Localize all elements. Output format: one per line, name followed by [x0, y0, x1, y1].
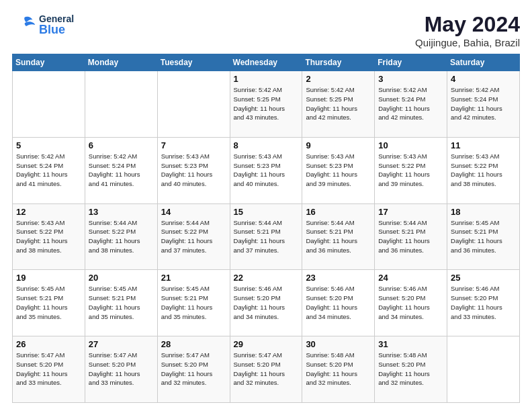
day-info: Sunrise: 5:42 AM Sunset: 5:25 PM Dayligh… [306, 85, 371, 122]
day-header-friday: Friday [375, 54, 447, 71]
main-title: May 2024 [415, 12, 520, 37]
calendar-cell: 17Sunrise: 5:44 AM Sunset: 5:21 PM Dayli… [375, 203, 447, 270]
day-info: Sunrise: 5:44 AM Sunset: 5:21 PM Dayligh… [234, 218, 299, 255]
day-number: 4 [451, 74, 516, 84]
day-info: Sunrise: 5:42 AM Sunset: 5:24 PM Dayligh… [89, 152, 154, 189]
calendar-cell: 21Sunrise: 5:45 AM Sunset: 5:21 PM Dayli… [157, 270, 230, 336]
header: General Blue May 2024 Quijingue, Bahia, … [12, 12, 520, 48]
day-number: 1 [234, 74, 299, 84]
day-info: Sunrise: 5:47 AM Sunset: 5:20 PM Dayligh… [161, 351, 226, 387]
calendar-cell: 30Sunrise: 5:48 AM Sunset: 5:20 PM Dayli… [302, 336, 375, 403]
day-info: Sunrise: 5:45 AM Sunset: 5:21 PM Dayligh… [451, 218, 516, 255]
day-info: Sunrise: 5:42 AM Sunset: 5:25 PM Dayligh… [234, 85, 299, 122]
day-number: 15 [234, 207, 299, 217]
day-info: Sunrise: 5:43 AM Sunset: 5:22 PM Dayligh… [16, 218, 81, 255]
day-number: 6 [89, 140, 154, 150]
calendar-header-row: SundayMondayTuesdayWednesdayThursdayFrid… [13, 54, 520, 71]
day-number: 30 [306, 339, 371, 349]
day-number: 22 [234, 273, 299, 283]
day-info: Sunrise: 5:45 AM Sunset: 5:21 PM Dayligh… [161, 284, 226, 321]
day-info: Sunrise: 5:42 AM Sunset: 5:24 PM Dayligh… [451, 85, 516, 122]
calendar-cell: 15Sunrise: 5:44 AM Sunset: 5:21 PM Dayli… [230, 203, 302, 270]
day-info: Sunrise: 5:44 AM Sunset: 5:22 PM Dayligh… [161, 218, 226, 255]
day-number: 18 [451, 207, 516, 217]
day-number: 28 [161, 339, 226, 349]
day-number: 29 [234, 339, 299, 349]
day-info: Sunrise: 5:47 AM Sunset: 5:20 PM Dayligh… [16, 351, 81, 387]
week-row-4: 26Sunrise: 5:47 AM Sunset: 5:20 PM Dayli… [13, 336, 520, 403]
day-info: Sunrise: 5:43 AM Sunset: 5:23 PM Dayligh… [306, 152, 371, 189]
calendar-cell: 20Sunrise: 5:45 AM Sunset: 5:21 PM Dayli… [85, 270, 157, 336]
calendar-cell: 11Sunrise: 5:43 AM Sunset: 5:22 PM Dayli… [447, 137, 520, 203]
title-block: May 2024 Quijingue, Bahia, Brazil [415, 12, 520, 48]
day-header-sunday: Sunday [13, 54, 85, 71]
calendar-cell: 27Sunrise: 5:47 AM Sunset: 5:20 PM Dayli… [85, 336, 157, 403]
day-info: Sunrise: 5:43 AM Sunset: 5:23 PM Dayligh… [234, 152, 299, 189]
day-info: Sunrise: 5:48 AM Sunset: 5:20 PM Dayligh… [306, 351, 371, 387]
day-info: Sunrise: 5:44 AM Sunset: 5:21 PM Dayligh… [306, 218, 371, 255]
calendar: SundayMondayTuesdayWednesdayThursdayFrid… [12, 54, 520, 403]
day-number: 2 [306, 74, 371, 84]
day-info: Sunrise: 5:43 AM Sunset: 5:22 PM Dayligh… [378, 152, 443, 189]
day-header-thursday: Thursday [302, 54, 375, 71]
page: General Blue May 2024 Quijingue, Bahia, … [0, 0, 532, 411]
day-info: Sunrise: 5:46 AM Sunset: 5:20 PM Dayligh… [451, 284, 516, 321]
day-info: Sunrise: 5:46 AM Sunset: 5:20 PM Dayligh… [378, 284, 443, 321]
day-number: 3 [378, 74, 443, 84]
calendar-cell: 7Sunrise: 5:43 AM Sunset: 5:23 PM Daylig… [157, 137, 230, 203]
calendar-cell: 8Sunrise: 5:43 AM Sunset: 5:23 PM Daylig… [230, 137, 302, 203]
calendar-cell: 25Sunrise: 5:46 AM Sunset: 5:20 PM Dayli… [447, 270, 520, 336]
day-number: 5 [16, 140, 81, 150]
calendar-cell: 18Sunrise: 5:45 AM Sunset: 5:21 PM Dayli… [447, 203, 520, 270]
calendar-cell [85, 71, 157, 138]
calendar-cell: 5Sunrise: 5:42 AM Sunset: 5:24 PM Daylig… [13, 137, 85, 203]
day-header-saturday: Saturday [447, 54, 520, 71]
calendar-cell [157, 71, 230, 138]
day-number: 7 [161, 140, 226, 150]
day-number: 31 [378, 339, 443, 349]
calendar-cell: 19Sunrise: 5:45 AM Sunset: 5:21 PM Dayli… [13, 270, 85, 336]
calendar-cell: 23Sunrise: 5:46 AM Sunset: 5:20 PM Dayli… [302, 270, 375, 336]
day-info: Sunrise: 5:47 AM Sunset: 5:20 PM Dayligh… [234, 351, 299, 387]
calendar-cell: 14Sunrise: 5:44 AM Sunset: 5:22 PM Dayli… [157, 203, 230, 270]
day-info: Sunrise: 5:42 AM Sunset: 5:24 PM Dayligh… [16, 152, 81, 189]
logo-blue-text: Blue [39, 24, 74, 36]
logo-icon [12, 12, 38, 38]
day-number: 8 [234, 140, 299, 150]
calendar-cell: 26Sunrise: 5:47 AM Sunset: 5:20 PM Dayli… [13, 336, 85, 403]
day-number: 9 [306, 140, 371, 150]
calendar-cell: 13Sunrise: 5:44 AM Sunset: 5:22 PM Dayli… [85, 203, 157, 270]
day-info: Sunrise: 5:44 AM Sunset: 5:21 PM Dayligh… [378, 218, 443, 255]
calendar-cell: 24Sunrise: 5:46 AM Sunset: 5:20 PM Dayli… [375, 270, 447, 336]
day-number: 10 [378, 140, 443, 150]
day-number: 25 [451, 273, 516, 283]
logo: General Blue [12, 12, 74, 38]
day-number: 27 [89, 339, 154, 349]
calendar-cell: 29Sunrise: 5:47 AM Sunset: 5:20 PM Dayli… [230, 336, 302, 403]
day-info: Sunrise: 5:43 AM Sunset: 5:22 PM Dayligh… [451, 152, 516, 189]
day-header-wednesday: Wednesday [230, 54, 302, 71]
day-number: 21 [161, 273, 226, 283]
week-row-0: 1Sunrise: 5:42 AM Sunset: 5:25 PM Daylig… [13, 71, 520, 138]
calendar-cell: 16Sunrise: 5:44 AM Sunset: 5:21 PM Dayli… [302, 203, 375, 270]
week-row-3: 19Sunrise: 5:45 AM Sunset: 5:21 PM Dayli… [13, 270, 520, 336]
day-number: 14 [161, 207, 226, 217]
day-number: 19 [16, 273, 81, 283]
day-header-monday: Monday [85, 54, 157, 71]
day-number: 24 [378, 273, 443, 283]
calendar-cell: 9Sunrise: 5:43 AM Sunset: 5:23 PM Daylig… [302, 137, 375, 203]
calendar-body: 1Sunrise: 5:42 AM Sunset: 5:25 PM Daylig… [13, 71, 520, 403]
day-info: Sunrise: 5:46 AM Sunset: 5:20 PM Dayligh… [234, 284, 299, 321]
day-number: 12 [16, 207, 81, 217]
day-number: 17 [378, 207, 443, 217]
day-info: Sunrise: 5:48 AM Sunset: 5:20 PM Dayligh… [378, 351, 443, 387]
calendar-cell: 10Sunrise: 5:43 AM Sunset: 5:22 PM Dayli… [375, 137, 447, 203]
day-number: 13 [89, 207, 154, 217]
day-header-tuesday: Tuesday [157, 54, 230, 71]
calendar-cell [13, 71, 85, 138]
calendar-cell: 3Sunrise: 5:42 AM Sunset: 5:24 PM Daylig… [375, 71, 447, 138]
day-number: 11 [451, 140, 516, 150]
logo-general-text: General [39, 14, 74, 24]
calendar-cell: 1Sunrise: 5:42 AM Sunset: 5:25 PM Daylig… [230, 71, 302, 138]
calendar-cell [447, 336, 520, 403]
